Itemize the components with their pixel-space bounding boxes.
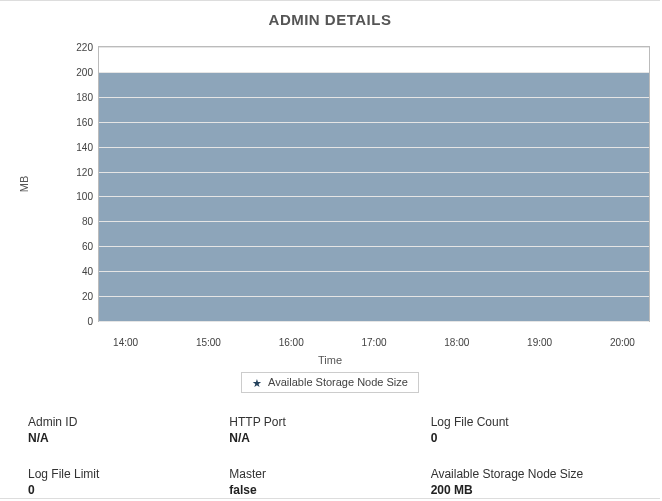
chart: MB 020406080100120140160180200220 (0, 34, 660, 334)
y-tick: 0 (87, 316, 93, 327)
gridline (99, 321, 649, 322)
y-axis-label: MB (18, 176, 30, 193)
field-master: Master false (229, 467, 430, 497)
x-tick: 20:00 (610, 337, 635, 348)
gridline (99, 97, 649, 98)
plot-area: 020406080100120140160180200220 (98, 46, 650, 322)
details-row: Log File Limit 0 Master false Available … (28, 467, 632, 497)
y-tick: 40 (82, 266, 93, 277)
field-label: Log File Limit (28, 467, 229, 481)
x-tick: 14:00 (113, 337, 138, 348)
x-tick: 15:00 (196, 337, 221, 348)
legend-row: ★Available Storage Node Size (0, 372, 660, 393)
admin-details-panel: ADMIN DETAILS MB 02040608010012014016018… (0, 0, 660, 499)
bell-icon: ★ (252, 378, 262, 389)
field-available-storage: Available Storage Node Size 200 MB (431, 467, 632, 497)
gridline (99, 246, 649, 247)
field-log-file-count: Log File Count 0 (431, 415, 632, 445)
x-tick: 16:00 (279, 337, 304, 348)
gridline (99, 72, 649, 73)
gridline (99, 271, 649, 272)
field-label: Admin ID (28, 415, 229, 429)
x-tick: 17:00 (361, 337, 386, 348)
y-tick: 20 (82, 291, 93, 302)
gridline (99, 47, 649, 48)
y-tick: 160 (76, 116, 93, 127)
field-value: N/A (28, 431, 229, 445)
gridline (99, 221, 649, 222)
y-tick: 140 (76, 141, 93, 152)
details-row: Admin ID N/A HTTP Port N/A Log File Coun… (28, 415, 632, 445)
y-tick: 200 (76, 66, 93, 77)
x-axis: 14:0015:0016:0017:0018:0019:0020:00 (98, 334, 650, 350)
y-tick: 120 (76, 166, 93, 177)
field-value: false (229, 483, 430, 497)
field-value: 0 (431, 431, 632, 445)
y-tick: 220 (76, 42, 93, 53)
field-label: HTTP Port (229, 415, 430, 429)
gridline (99, 122, 649, 123)
field-log-file-limit: Log File Limit 0 (28, 467, 229, 497)
field-value: 0 (28, 483, 229, 497)
field-http-port: HTTP Port N/A (229, 415, 430, 445)
gridline (99, 296, 649, 297)
y-tick: 100 (76, 191, 93, 202)
x-axis-label: Time (0, 354, 660, 366)
gridline (99, 172, 649, 173)
y-tick: 180 (76, 91, 93, 102)
field-value: N/A (229, 431, 430, 445)
y-tick: 80 (82, 216, 93, 227)
field-value: 200 MB (431, 483, 632, 497)
details-grid: Admin ID N/A HTTP Port N/A Log File Coun… (28, 415, 632, 497)
page-title: ADMIN DETAILS (0, 1, 660, 34)
gridline (99, 147, 649, 148)
field-label: Master (229, 467, 430, 481)
x-tick: 19:00 (527, 337, 552, 348)
legend: ★Available Storage Node Size (241, 372, 419, 393)
x-tick: 18:00 (444, 337, 469, 348)
gridline (99, 196, 649, 197)
field-admin-id: Admin ID N/A (28, 415, 229, 445)
field-label: Log File Count (431, 415, 632, 429)
legend-label: Available Storage Node Size (268, 376, 408, 388)
y-tick: 60 (82, 241, 93, 252)
field-label: Available Storage Node Size (431, 467, 632, 481)
